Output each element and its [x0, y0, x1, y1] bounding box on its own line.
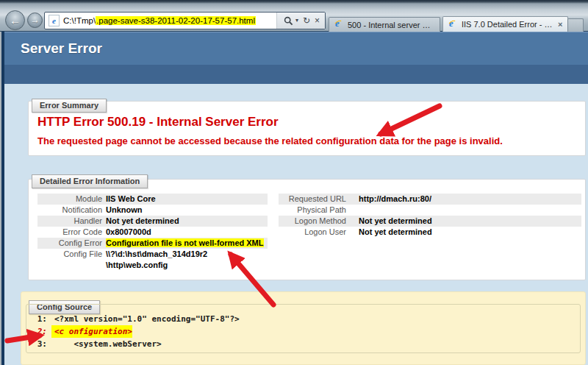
back-button[interactable]: ← — [5, 10, 25, 30]
refresh-icon[interactable]: ↻ — [303, 13, 310, 29]
forward-button[interactable]: → — [27, 13, 43, 28]
address-bar-buttons: ▾ ↻ × — [276, 13, 325, 29]
ie-logo-icon: e — [334, 20, 344, 29]
line-number: 2: — [26, 325, 51, 338]
search-icon[interactable] — [284, 16, 293, 26]
row-value: Not yet determined — [102, 216, 179, 227]
row-label: Module — [37, 194, 102, 205]
tab-close-icon[interactable]: × — [556, 20, 562, 29]
browser-chrome: ← → e C:\!Tmp\.page-save-s38-2011-02-20-… — [0, 0, 588, 32]
row-value: Not yet determined — [346, 216, 432, 227]
line-code: <?xml version="1.0" encoding="UTF-8"?> — [51, 313, 240, 325]
table-row: Config File\\?\d:\hst\dmach_314d19r2 \ht… — [37, 249, 268, 271]
new-tab-stub[interactable] — [567, 18, 584, 32]
search-dropdown-icon[interactable]: ▾ — [295, 13, 298, 29]
tab-title: 500 - Internal server error. — [348, 21, 434, 29]
row-label: Notification — [37, 205, 102, 216]
row-value: IIS Web Core — [102, 194, 156, 205]
highlighted-value: Configuration file is not well-formed XM… — [106, 238, 264, 247]
table-row: NotificationUnknown — [37, 205, 268, 216]
table-row: ModuleIIS Web Core — [37, 194, 268, 205]
row-value: Configuration file is not well-formed XM… — [102, 238, 264, 249]
table-row: Requested URLhttp://dmach.ru:80/ — [279, 194, 581, 205]
row-label: Config File — [37, 249, 102, 271]
header-band — [4, 65, 588, 84]
config-source-line: 3: <system.webServer> — [26, 338, 580, 350]
config-source-code: 1:<?xml version="1.0" encoding="UTF-8"?>… — [26, 313, 580, 350]
page-icon: e — [49, 15, 60, 26]
config-source-box: 1:<?xml version="1.0" encoding="UTF-8"?>… — [26, 304, 581, 353]
error-page-body: Error Summary HTTP Error 500.19 - Intern… — [4, 84, 588, 365]
page-content: Server Error Error Summary HTTP Error 50… — [4, 32, 588, 365]
browser-tab[interactable]: eIIS 7.0 Detailed Error - 500.1...× — [442, 16, 568, 32]
line-code: <c onfiguration> — [51, 325, 132, 338]
table-row: Logon MethodNot yet determined — [279, 216, 581, 227]
config-source-line: 1:<?xml version="1.0" encoding="UTF-8"?> — [26, 313, 580, 325]
row-label: Handler — [37, 216, 102, 227]
page-title: Server Error — [21, 40, 102, 57]
line-number: 3: — [26, 338, 51, 350]
row-label: Physical Path — [279, 205, 346, 216]
row-label: Config Error — [37, 238, 102, 249]
error-summary-label: Error Summary — [32, 99, 107, 113]
address-bar[interactable]: e C:\!Tmp\.page-save-s38-2011-02-20-17-5… — [44, 12, 326, 29]
address-path: C:\!Tmp\ — [63, 16, 96, 25]
error-summary-section: Error Summary HTTP Error 500.19 - Intern… — [28, 101, 586, 156]
row-label: Error Code — [37, 227, 102, 238]
row-value: \\?\d:\hst\dmach_314d19r2 \http\web.conf… — [102, 249, 207, 271]
config-source-section: Config Source 1:<?xml version="1.0" enco… — [21, 291, 586, 365]
detailed-error-table-left: ModuleIIS Web CoreNotificationUnknownHan… — [37, 194, 268, 271]
back-icon: ← — [10, 14, 21, 26]
tab-bar: e500 - Internal server error.eIIS 7.0 De… — [329, 16, 568, 32]
row-value: Unknown — [102, 205, 143, 216]
address-highlighted-filename: .page-save-s38-2011-02-20-17-57-57.html — [96, 16, 256, 25]
ie-logo-icon: e — [448, 20, 458, 29]
table-row: Error Code0x8007000d — [37, 227, 268, 238]
row-value: Not yet determined — [346, 227, 432, 238]
table-row: Config ErrorConfiguration file is not we… — [37, 238, 268, 249]
error-message: The requested page cannot be accessed be… — [37, 135, 503, 146]
row-label: Logon User — [279, 227, 346, 238]
line-number: 1: — [26, 313, 51, 325]
browser-tab[interactable]: e500 - Internal server error. — [329, 17, 440, 32]
table-row: HandlerNot yet determined — [37, 216, 268, 227]
detailed-error-table-right: Requested URLhttp://dmach.ru:80/Physical… — [279, 194, 581, 238]
detailed-error-label: Detailed Error Information — [32, 174, 148, 188]
forward-icon: → — [31, 15, 40, 25]
row-value — [346, 205, 359, 216]
table-row: Physical Path — [279, 205, 581, 216]
detailed-error-section: Detailed Error Information ModuleIIS Web… — [28, 179, 586, 280]
browser-window: ← → e C:\!Tmp\.page-save-s38-2011-02-20-… — [0, 0, 588, 365]
table-row: Logon UserNot yet determined — [279, 227, 581, 238]
page-viewport: Server Error Error Summary HTTP Error 50… — [0, 32, 588, 365]
address-url: C:\!Tmp\.page-save-s38-2011-02-20-17-57-… — [63, 16, 276, 25]
stop-icon[interactable]: × — [315, 13, 320, 29]
row-label: Logon Method — [279, 216, 346, 227]
tab-title: IIS 7.0 Detailed Error - 500.1... — [462, 20, 553, 29]
line-code: <system.webServer> — [51, 338, 162, 350]
row-value: http://dmach.ru:80/ — [346, 194, 431, 205]
error-title: HTTP Error 500.19 - Internal Server Erro… — [37, 115, 279, 130]
page-header: Server Error — [4, 32, 588, 65]
config-source-line: 2:<c onfiguration> — [26, 325, 580, 338]
row-value: 0x8007000d — [102, 227, 151, 238]
row-label: Requested URL — [279, 194, 346, 205]
